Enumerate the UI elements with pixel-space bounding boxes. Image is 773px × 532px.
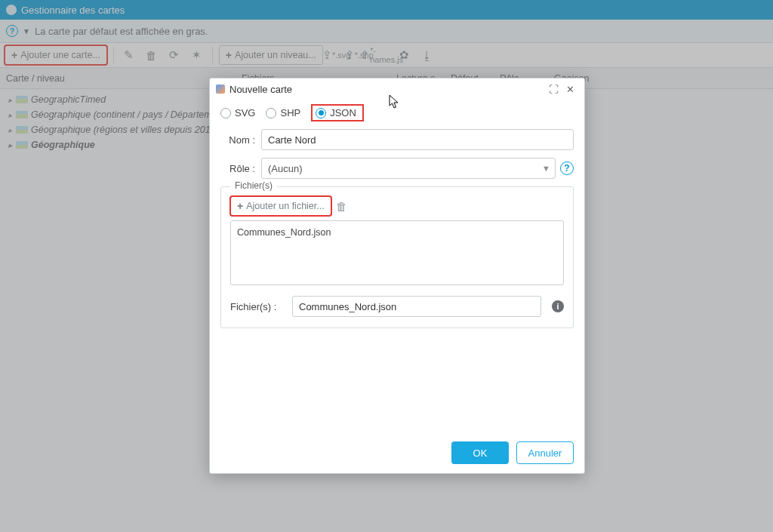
- fileset-row: Fichier(s) : i: [230, 296, 564, 317]
- radio-json-highlight: JSON: [311, 104, 364, 121]
- name-input[interactable]: [261, 129, 574, 150]
- add-file-label: Ajouter un fichier...: [246, 201, 325, 211]
- delete-file-icon[interactable]: 🗑: [336, 200, 347, 213]
- dialog-titlebar[interactable]: Nouvelle carte ⛶ ✕: [210, 78, 584, 100]
- role-help-icon[interactable]: ?: [560, 161, 574, 175]
- ok-button[interactable]: OK: [451, 441, 509, 464]
- radio-svg[interactable]: SVG: [220, 107, 255, 118]
- close-icon[interactable]: ✕: [562, 81, 578, 97]
- file-list[interactable]: Communes_Nord.json: [230, 220, 564, 285]
- dialog-body: SVG SHP JSON Nom : Rôle : (Aucun) ▼ ? Fi…: [210, 100, 584, 432]
- name-label: Nom :: [220, 134, 255, 146]
- add-file-button[interactable]: + Ajouter un fichier...: [230, 196, 331, 216]
- new-map-dialog: Nouvelle carte ⛶ ✕ SVG SHP JSON Nom : Rô…: [209, 78, 585, 474]
- radio-shp[interactable]: SHP: [266, 107, 300, 118]
- cube-icon: [216, 85, 225, 94]
- role-label: Rôle :: [220, 163, 255, 174]
- info-icon[interactable]: i: [552, 300, 564, 312]
- name-row: Nom :: [220, 129, 574, 150]
- plus-icon: +: [237, 200, 243, 212]
- files-fieldset: Fichier(s) + Ajouter un fichier... 🗑 Com…: [220, 186, 574, 328]
- radio-shp-label: SHP: [280, 107, 300, 118]
- chevron-down-icon: ▼: [542, 164, 550, 173]
- radio-json[interactable]: JSON: [316, 107, 356, 118]
- fileset-label: Fichier(s) :: [230, 301, 286, 312]
- radio-svg-label: SVG: [235, 107, 255, 118]
- maximize-icon[interactable]: ⛶: [545, 81, 562, 97]
- dialog-footer: OK Annuler: [210, 432, 584, 473]
- cancel-button[interactable]: Annuler: [516, 441, 574, 464]
- radio-json-label: JSON: [330, 107, 356, 118]
- role-select[interactable]: (Aucun) ▼: [261, 158, 556, 179]
- fileset-input[interactable]: [292, 296, 541, 317]
- role-value: (Aucun): [268, 163, 303, 174]
- dialog-title: Nouvelle carte: [229, 84, 292, 95]
- file-list-item[interactable]: Communes_Nord.json: [237, 226, 557, 239]
- file-toolbar: + Ajouter un fichier... 🗑: [230, 196, 564, 216]
- files-legend: Fichier(s): [230, 180, 277, 191]
- format-radio-group: SVG SHP JSON: [220, 104, 574, 121]
- role-row: Rôle : (Aucun) ▼ ?: [220, 158, 574, 179]
